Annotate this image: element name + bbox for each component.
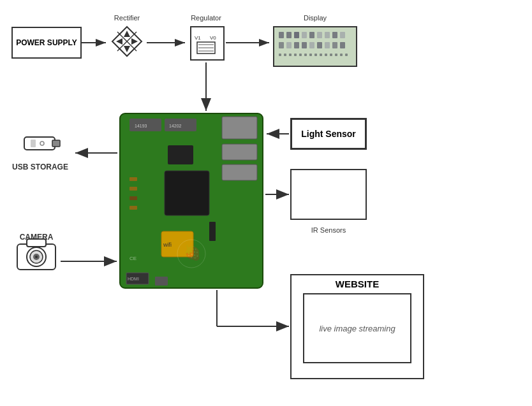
svg-rect-53: [314, 54, 317, 56]
usb-storage-label: USB STORAGE: [11, 163, 69, 171]
svg-rect-23: [197, 42, 215, 54]
svg-marker-16: [124, 31, 130, 37]
svg-rect-80: [129, 187, 137, 191]
svg-rect-33: [317, 32, 322, 38]
power-supply-box: POWER SUPPLY: [11, 27, 82, 59]
power-supply-label: POWER SUPPLY: [16, 38, 77, 47]
svg-rect-83: [24, 137, 55, 150]
svg-rect-59: [345, 54, 348, 56]
svg-line-14: [117, 32, 137, 51]
website-title: WEBSITE: [290, 279, 424, 289]
light-sensor-box: Light Sensor: [290, 118, 367, 150]
svg-point-88: [27, 247, 46, 266]
svg-rect-38: [286, 42, 292, 48]
svg-rect-61: [129, 119, 161, 131]
svg-rect-47: [284, 54, 286, 56]
svg-rect-60: [120, 113, 263, 288]
svg-text:14202: 14202: [169, 124, 182, 128]
svg-rect-32: [309, 32, 314, 38]
svg-rect-50: [299, 54, 302, 56]
svg-rect-85: [31, 140, 36, 147]
svg-point-90: [33, 254, 40, 260]
system-diagram: V1 V0: [0, 0, 532, 406]
svg-rect-66: [222, 144, 257, 160]
svg-rect-49: [294, 54, 297, 56]
svg-rect-56: [330, 54, 332, 56]
arrows-overlay: V1 V0: [0, 0, 532, 406]
svg-rect-82: [129, 206, 137, 210]
ir-sensors-box: [290, 169, 367, 220]
svg-rect-39: [294, 42, 299, 48]
camera-label: CAMERA: [14, 233, 59, 242]
svg-text:🍓: 🍓: [184, 244, 202, 261]
svg-rect-67: [222, 164, 257, 180]
svg-marker-19: [131, 38, 138, 45]
light-sensor-label: Light Sensor: [301, 129, 356, 139]
svg-text:V0: V0: [210, 35, 216, 41]
svg-line-15: [117, 32, 137, 51]
svg-rect-65: [222, 117, 257, 139]
svg-rect-57: [335, 54, 337, 56]
svg-rect-36: [340, 32, 345, 38]
svg-rect-54: [320, 54, 322, 56]
svg-point-76: [177, 240, 205, 268]
svg-rect-35: [332, 32, 337, 38]
svg-rect-27: [274, 27, 357, 66]
svg-rect-42: [317, 42, 322, 48]
svg-rect-58: [340, 54, 343, 56]
svg-rect-43: [325, 42, 330, 48]
svg-rect-40: [302, 42, 307, 48]
svg-rect-52: [309, 54, 312, 56]
svg-rect-44: [332, 42, 337, 48]
svg-marker-18: [116, 38, 122, 45]
svg-text:HDMI: HDMI: [128, 277, 139, 281]
svg-rect-28: [279, 32, 284, 38]
svg-text:wifi: wifi: [163, 242, 172, 248]
svg-rect-74: [155, 277, 168, 286]
svg-rect-84: [52, 140, 60, 147]
svg-point-86: [40, 141, 44, 145]
svg-text:V1: V1: [195, 35, 201, 41]
website-streaming-label: live image streaming: [319, 324, 395, 333]
svg-rect-46: [279, 54, 281, 56]
svg-rect-55: [325, 54, 327, 56]
svg-rect-37: [279, 42, 284, 48]
svg-rect-20: [191, 27, 224, 60]
display-label: Display: [270, 14, 360, 22]
website-streaming-box: live image streaming: [303, 293, 411, 363]
svg-rect-68: [165, 171, 209, 215]
svg-rect-29: [286, 32, 292, 38]
svg-rect-87: [17, 244, 55, 270]
svg-rect-30: [294, 32, 299, 38]
regulator-label: Regulator: [186, 14, 226, 22]
svg-rect-31: [302, 32, 307, 38]
svg-rect-41: [309, 42, 314, 48]
ir-sensors-label: IR Sensors: [290, 226, 367, 234]
svg-point-89: [30, 250, 43, 263]
svg-marker-13: [112, 27, 142, 56]
svg-rect-72: [126, 273, 149, 284]
svg-rect-75: [209, 222, 216, 241]
svg-rect-70: [161, 231, 193, 257]
svg-rect-69: [168, 145, 193, 164]
svg-rect-51: [304, 54, 307, 56]
svg-marker-17: [124, 46, 130, 52]
rectifier-label: Rectifier: [107, 14, 147, 22]
svg-rect-81: [129, 196, 137, 200]
svg-rect-62: [165, 119, 196, 131]
svg-text:CE: CE: [129, 256, 137, 261]
svg-rect-48: [289, 54, 292, 56]
svg-rect-79: [129, 177, 137, 181]
svg-text:14193: 14193: [135, 124, 147, 128]
svg-rect-45: [340, 42, 345, 48]
svg-point-91: [35, 256, 38, 258]
svg-rect-34: [325, 32, 330, 38]
